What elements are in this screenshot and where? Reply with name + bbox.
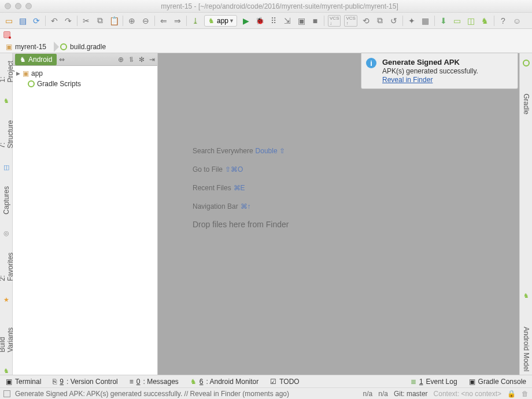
project-view-tab[interactable]: ♞ Android: [15, 54, 57, 65]
tab-event-log[interactable]: ≣1 Event Log: [411, 378, 457, 386]
breadcrumb-project[interactable]: ▣ myrent-15: [0, 40, 54, 53]
sdk-manager-icon[interactable]: ⬇: [438, 16, 449, 26]
notification-message: APK(s) generated successfully.: [382, 67, 512, 75]
tab-structure[interactable]: 7: Structure: [0, 116, 14, 152]
hint-navbar: Navigation Bar ⌘↑: [193, 201, 289, 210]
collapse-icon[interactable]: ⥮: [128, 56, 134, 64]
gradle-icon: [522, 59, 530, 67]
tab-android-monitor[interactable]: ♞6: Android Monitor: [190, 378, 258, 386]
module-folder-icon: ▣: [23, 69, 29, 77]
secondary-bar: [0, 29, 532, 40]
vcs-revert-icon[interactable]: ↺: [389, 16, 399, 26]
hide-icon[interactable]: ⇥: [149, 56, 155, 64]
messages-icon: ≡: [130, 378, 134, 386]
lock-icon[interactable]: 🔒: [507, 390, 516, 398]
vcs-diff-icon[interactable]: ⧉: [375, 16, 385, 26]
redo-icon[interactable]: ↷: [63, 16, 73, 26]
divider: [186, 16, 187, 26]
cut-icon[interactable]: ✂: [81, 16, 91, 26]
tree-node-app[interactable]: ▶ ▣ app: [16, 68, 154, 79]
zoom-window-icon[interactable]: [25, 3, 32, 9]
target-icon[interactable]: ⊕: [118, 56, 124, 64]
paste-icon[interactable]: 📋: [109, 16, 119, 26]
status-tool-icon[interactable]: [3, 390, 10, 397]
project-view-label: Android: [28, 56, 52, 64]
back-icon[interactable]: ⇐: [158, 16, 169, 26]
divider: [324, 16, 324, 26]
notification-link[interactable]: Reveal in Finder: [382, 76, 433, 84]
coverage-icon[interactable]: ▣: [296, 16, 306, 26]
window-title: myrent-15 - [~/repo/android/code/2016/my…: [32, 2, 527, 10]
gradle-icon: [28, 80, 35, 87]
vcs-update-icon[interactable]: VCS↓: [328, 15, 341, 27]
zoom-out-icon[interactable]: ⊖: [141, 16, 151, 26]
run-icon[interactable]: ▶: [241, 16, 251, 26]
debug-icon[interactable]: 🐞: [254, 16, 265, 26]
tab-project[interactable]: 1: Project: [0, 56, 14, 86]
crumb-label: build.gradle: [70, 43, 106, 51]
attach-icon[interactable]: ⇲: [282, 16, 293, 26]
captures-icon: ◎: [2, 230, 10, 237]
save-icon[interactable]: ▤: [17, 16, 28, 26]
folder-icon: ▣: [6, 43, 12, 51]
feedback-icon[interactable]: ☺: [512, 16, 522, 26]
copy-icon[interactable]: ⧉: [95, 16, 105, 26]
layout-inspector-icon[interactable]: ◫: [466, 16, 476, 26]
project-panel: ♞ Android ⇔ ⊕ ⥮ ✻ ⇥ ▶ ▣ app Gradle Scrip…: [13, 53, 158, 375]
hint-recent: Recent Files ⌘E: [193, 183, 289, 192]
help-icon[interactable]: ?: [498, 16, 508, 26]
breadcrumb-file[interactable]: build.gradle: [54, 40, 114, 53]
status-message: Generate Signed APK: APK(s) generated su…: [15, 390, 289, 398]
event-log-icon: ≣: [411, 378, 416, 386]
editor-empty[interactable]: i Generate Signed APK APK(s) generated s…: [158, 53, 519, 375]
project-tools: ⊕ ⥮ ✻ ⇥: [118, 56, 155, 64]
android-icon: ♞: [208, 17, 215, 25]
make-icon[interactable]: ⤓: [190, 16, 201, 26]
stop-icon[interactable]: ■: [310, 16, 320, 26]
info-icon: i: [366, 58, 376, 68]
zoom-in-icon[interactable]: ⊕: [127, 16, 137, 26]
vcs-history-icon[interactable]: ⟲: [361, 16, 371, 26]
sync-icon[interactable]: ⟳: [31, 16, 42, 26]
vcs-commit-icon[interactable]: VCS↑: [344, 15, 357, 27]
tab-vcs[interactable]: ⎘9: Version Control: [53, 378, 117, 386]
project-structure-icon[interactable]: ▦: [420, 16, 431, 26]
tab-favorites[interactable]: 2: Favorites: [0, 249, 14, 285]
android-icon: ♞: [2, 367, 10, 375]
divider: [494, 16, 494, 26]
tab-terminal[interactable]: ▣Terminal: [6, 378, 41, 386]
project-header: ♞ Android ⇔ ⊕ ⥮ ✻ ⇥: [13, 53, 157, 66]
settings-icon[interactable]: ✦: [407, 16, 417, 26]
tab-gradle[interactable]: Gradle: [522, 90, 530, 118]
main-toolbar: ▭ ▤ ⟳ ↶ ↷ ✂ ⧉ 📋 ⊕ ⊖ ⇐ ⇒ ⤓ ♞ app ▼ ▶ 🐞 ⠿ …: [0, 13, 532, 29]
status-context[interactable]: Context: <no context>: [434, 390, 501, 398]
trash-icon[interactable]: 🗑: [522, 390, 529, 398]
status-na1: n/a: [363, 390, 373, 398]
tab-messages[interactable]: ≡0: Messages: [130, 378, 179, 386]
close-window-icon[interactable]: [5, 3, 11, 9]
tab-build-variants[interactable]: Build Variants: [0, 315, 14, 356]
node-label: app: [31, 69, 43, 77]
status-bar: Generate Signed APK: APK(s) generated su…: [0, 387, 532, 399]
profile-icon[interactable]: ⠿: [268, 16, 279, 26]
notification-popup: i Generate Signed APK APK(s) generated s…: [361, 53, 518, 89]
breakpoint-icon[interactable]: [3, 31, 10, 38]
android-robot-icon[interactable]: ♞: [480, 16, 490, 26]
tab-gradle-console[interactable]: ▣Gradle Console: [469, 378, 526, 386]
forward-icon[interactable]: ⇒: [172, 16, 183, 26]
run-config-select[interactable]: ♞ app ▼: [204, 15, 237, 27]
tab-android-model[interactable]: Android Model: [522, 323, 530, 375]
hint-drop: Drop files here from Finder: [193, 220, 289, 229]
node-label: Gradle Scripts: [37, 80, 81, 88]
status-git[interactable]: Git: master: [394, 390, 428, 398]
tab-captures[interactable]: Captures: [2, 183, 10, 218]
run-config-label: app: [217, 17, 228, 25]
gear-icon[interactable]: ✻: [139, 56, 145, 64]
tree-node-gradle-scripts[interactable]: Gradle Scripts: [16, 79, 154, 89]
open-icon[interactable]: ▭: [3, 16, 14, 26]
undo-icon[interactable]: ↶: [49, 16, 60, 26]
expand-icon[interactable]: ⇔: [59, 56, 65, 64]
minimize-window-icon[interactable]: [15, 3, 21, 9]
avd-manager-icon[interactable]: ▭: [452, 16, 463, 26]
tab-todo[interactable]: ☑TODO: [270, 378, 299, 386]
